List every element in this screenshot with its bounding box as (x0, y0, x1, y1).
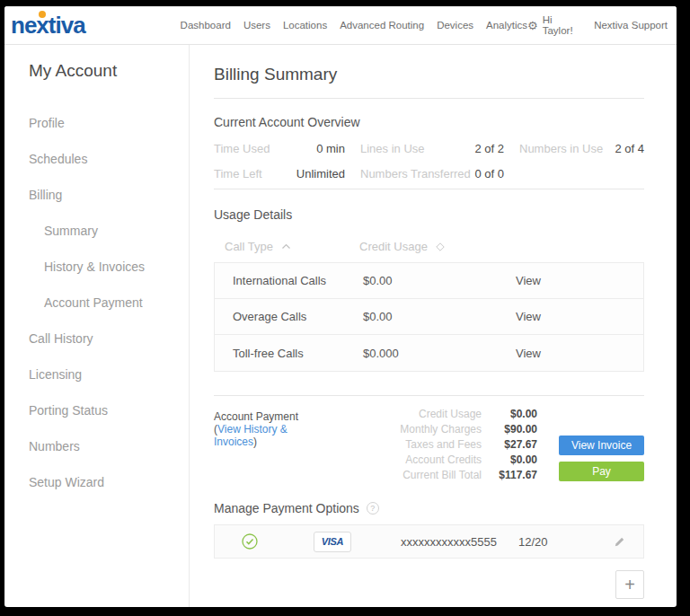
top-nav-bar: nextiva Dashboard Users Locations Advanc… (4, 6, 677, 45)
sort-credit-usage[interactable]: Credit Usage (359, 240, 445, 253)
sort-call-type[interactable]: Call Type (225, 240, 359, 253)
billing-line-label: Taxes and Fees (405, 439, 482, 451)
billing-totals: Credit Usage $0.00 Monthly Charges $90.0… (320, 409, 537, 481)
sidebar-item-account-payment[interactable]: Account Payment (4, 285, 189, 321)
sidebar-item-licensing[interactable]: Licensing (4, 356, 189, 392)
divider (214, 98, 644, 99)
sidebar-item-porting-status[interactable]: Porting Status (4, 392, 189, 428)
sidebar-item-numbers[interactable]: Numbers (4, 428, 189, 464)
stat-value: Unlimited (296, 166, 345, 181)
stat-value: 2 of 4 (615, 141, 644, 156)
billing-line-credit-usage: Credit Usage $0.00 (320, 409, 537, 420)
sidebar-item-profile[interactable]: Profile (4, 105, 189, 141)
sidebar-item-setup-wizard[interactable]: Setup Wizard (4, 464, 189, 500)
view-link[interactable]: View (516, 310, 541, 323)
sidebar-item-history-invoices[interactable]: History & Invoices (4, 249, 189, 285)
view-history-invoices-link[interactable]: View History & Invoices (214, 423, 288, 448)
nav-locations[interactable]: Locations (283, 20, 327, 31)
stat-label: Lines in Use (360, 141, 474, 156)
stat-lines-in-use: Lines in Use 2 of 2 (360, 141, 504, 156)
account-payment-label: Account Payment (View History & Invoices… (214, 409, 320, 481)
pay-button[interactable]: Pay (559, 462, 644, 481)
call-type-cell: International Calls (233, 274, 363, 287)
divider (214, 189, 644, 189)
add-row: + (214, 570, 644, 599)
table-row-overage-calls: Overage Calls $0.00 View (215, 299, 643, 335)
paren-close: ) (253, 436, 257, 448)
greeting-label: Hi Taylor! (543, 14, 578, 36)
stat-label: Numbers in Use (519, 141, 615, 156)
billing-line-label: Account Credits (405, 454, 482, 466)
card-number: xxxxxxxxxxxx5555 (401, 535, 497, 549)
billing-line-value: $0.00 (491, 409, 537, 420)
billing-line-value: $27.67 (491, 439, 537, 451)
call-type-cell: Toll-free Calls (233, 347, 363, 360)
nav-analytics[interactable]: Analytics (486, 20, 527, 31)
stat-value: 0 of 0 (474, 166, 504, 181)
help-icon[interactable]: ? (367, 502, 379, 515)
overview-heading: Current Account Overview (214, 115, 644, 129)
table-row-toll-free-calls: Toll-free Calls $0.000 View (215, 335, 643, 371)
call-type-column-label: Call Type (225, 240, 273, 253)
card-expiry: 12/20 (518, 535, 548, 549)
top-right-group: ⚙ Hi Taylor! Nextiva Support (527, 14, 668, 36)
page-body: My Account Profile Schedules Billing Sum… (4, 45, 677, 607)
stat-value: 2 of 2 (474, 141, 504, 156)
sidebar-item-call-history[interactable]: Call History (4, 321, 189, 356)
view-link[interactable]: View (516, 347, 541, 360)
visa-logo: VISA (314, 532, 351, 552)
usage-table: International Calls $0.00 View Overage C… (214, 262, 644, 372)
table-row-international-calls: International Calls $0.00 View (215, 263, 643, 299)
view-link[interactable]: View (516, 274, 541, 287)
account-payment-text: Account Payment (214, 410, 298, 423)
billing-line-value: $90.00 (491, 424, 537, 436)
sidebar-item-schedules[interactable]: Schedules (4, 141, 189, 177)
credit-usage-cell: $0.000 (363, 347, 516, 360)
nav-devices[interactable]: Devices (437, 20, 473, 31)
manage-payment-options-header: Manage Payment Options ? (214, 501, 644, 515)
overview-grid: Time Used 0 min Lines in Use 2 of 2 Numb… (214, 141, 644, 181)
selected-check-icon[interactable] (242, 533, 258, 550)
app-window: nextiva Dashboard Users Locations Advanc… (4, 6, 677, 607)
billing-line-label: Monthly Charges (400, 424, 482, 436)
stat-value: 0 min (316, 141, 345, 156)
call-type-cell: Overage Calls (233, 310, 363, 323)
usage-heading: Usage Details (214, 207, 644, 222)
sidebar-title: My Account (4, 61, 189, 81)
gear-icon[interactable]: ⚙ (527, 20, 538, 31)
stat-empty (519, 166, 644, 181)
billing-line-current-bill-total: Current Bill Total $117.67 (320, 470, 537, 481)
divider (214, 395, 644, 396)
main-content: Billing Summary Current Account Overview… (190, 45, 677, 607)
user-menu[interactable]: ⚙ Hi Taylor! (527, 14, 578, 36)
view-invoice-button[interactable]: View Invoice (559, 436, 644, 455)
nextiva-support-link[interactable]: Nextiva Support (594, 20, 668, 31)
sidebar-item-billing-summary[interactable]: Summary (4, 213, 189, 249)
edit-card-button[interactable] (614, 536, 625, 548)
billing-line-monthly-charges: Monthly Charges $90.00 (320, 424, 537, 436)
credit-usage-cell: $0.00 (363, 274, 516, 287)
sort-ascending-icon (281, 243, 291, 250)
nav-dashboard[interactable]: Dashboard (181, 20, 231, 31)
account-payment-section: Account Payment (View History & Invoices… (214, 409, 644, 481)
sidebar-item-billing[interactable]: Billing (4, 177, 189, 213)
manage-payment-options-heading: Manage Payment Options (214, 501, 359, 515)
stat-time-used: Time Used 0 min (214, 141, 345, 156)
billing-line-label: Credit Usage (419, 409, 482, 420)
stat-label: Numbers Transferred (360, 166, 474, 181)
sort-diamond-icon (436, 242, 445, 251)
sidebar: My Account Profile Schedules Billing Sum… (4, 45, 190, 607)
nav-advanced-routing[interactable]: Advanced Routing (340, 20, 424, 31)
payment-method-row: VISA xxxxxxxxxxxx5555 12/20 (214, 524, 644, 559)
page-title: Billing Summary (214, 65, 644, 84)
nextiva-logo-text: nextiva (11, 12, 85, 39)
stat-label: Time Used (214, 141, 316, 156)
pencil-icon (614, 536, 625, 548)
nextiva-logo[interactable]: nextiva (11, 13, 85, 37)
add-payment-method-button[interactable]: + (615, 570, 644, 599)
stat-numbers-in-use: Numbers in Use 2 of 4 (519, 141, 644, 156)
credit-usage-cell: $0.00 (363, 310, 516, 323)
nav-users[interactable]: Users (243, 20, 270, 31)
billing-line-account-credits: Account Credits $0.00 (320, 454, 537, 466)
billing-line-value: $117.67 (491, 470, 537, 481)
